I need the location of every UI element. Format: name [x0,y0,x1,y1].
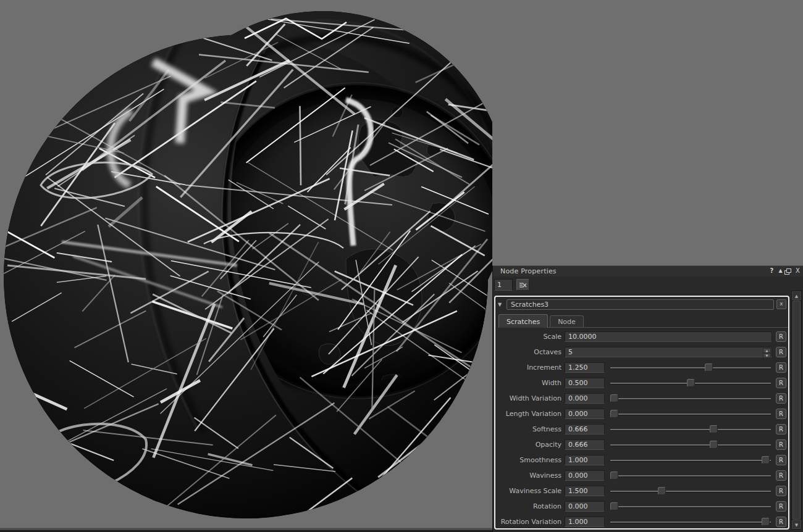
pin-icon[interactable]: ▲ [776,267,784,275]
reset-button[interactable]: R [776,501,786,512]
scrollbar-up-icon[interactable]: ▲ [792,291,801,300]
slider-thumb[interactable] [710,425,718,433]
param-row: Waviness0.000R [495,468,788,483]
slider-thumb[interactable] [610,410,618,418]
param-slider[interactable] [610,518,771,526]
param-row: Rotation0.000R [495,499,788,514]
param-slider[interactable] [610,456,771,464]
param-value-field[interactable]: 0.000 [565,409,605,419]
reset-button[interactable]: R [776,424,786,434]
param-slider[interactable] [610,410,771,418]
restore-icon[interactable] [785,267,793,275]
param-row: Width0.500R [495,375,788,391]
slider-thumb[interactable] [705,364,713,372]
panel-scrollbar[interactable]: ▲ ▼ [791,291,802,530]
node-tabs: ScratchesNode [498,314,788,328]
param-label: Increment [495,364,565,372]
param-row: Length Variation0.000R [495,406,788,422]
param-slider[interactable] [610,472,771,480]
slider-thumb[interactable] [762,518,770,526]
reset-button[interactable]: R [776,455,786,465]
scrollbar-down-icon[interactable]: ▼ [792,520,801,529]
node-name-field[interactable]: Scratches3 [507,299,774,310]
panel-titlebar[interactable]: Node Properties ? ▲ X [493,266,803,276]
tab-scratches[interactable]: Scratches [498,314,548,328]
remove-icon [519,282,527,288]
param-value-field[interactable]: 1.000 [565,517,605,527]
param-value-field[interactable]: 1.250 [565,362,605,373]
reset-button[interactable]: R [776,347,786,357]
preview-viewport[interactable] [0,0,492,532]
param-label: Softness [495,425,565,433]
param-label: Length Variation [495,410,565,418]
node-header: ▼ Scratches3 x [495,297,788,310]
param-value-field[interactable]: 0.500 [565,378,605,388]
slider-track[interactable] [610,444,771,446]
param-row: Increment1.250R [495,360,788,375]
slider-track[interactable] [610,460,771,461]
param-row: Scale10.0000R [495,329,788,344]
param-value-field[interactable]: 1.000 [565,455,605,465]
slider-thumb[interactable] [687,379,695,387]
reset-button[interactable]: R [776,362,786,373]
slider-track[interactable] [610,506,771,507]
param-slider[interactable] [610,364,771,372]
reset-button[interactable]: R [776,486,786,496]
slider-track[interactable] [610,414,771,415]
slider-thumb[interactable] [610,472,618,480]
param-label: Width Variation [495,394,565,402]
slider-track[interactable] [610,398,771,399]
slider-track[interactable] [610,367,771,368]
reset-button[interactable]: R [776,517,786,527]
params-list: Scale10.0000ROctaves5▲▼RIncrement1.250RW… [495,329,788,530]
reset-button[interactable]: R [776,378,786,388]
remove-button[interactable] [516,279,529,291]
slider-thumb[interactable] [710,441,718,449]
reset-button[interactable]: R [776,439,786,450]
slider-track[interactable] [610,475,771,476]
slider-thumb[interactable] [658,487,666,495]
reset-button[interactable]: R [776,470,786,481]
reset-button[interactable]: R [776,331,786,342]
param-slider[interactable] [610,425,771,433]
slider-thumb[interactable] [762,456,770,464]
scrollbar-thumb[interactable] [792,301,801,520]
param-value-field[interactable]: 0.000 [565,501,605,512]
close-icon[interactable]: X [794,267,802,275]
tab-node[interactable]: Node [550,315,584,327]
param-value-field[interactable]: 0.666 [565,439,605,450]
slider-thumb[interactable] [610,394,618,402]
reset-button[interactable]: R [776,409,786,419]
param-slider[interactable] [610,379,771,387]
reset-button[interactable]: R [776,393,786,404]
slider-track[interactable] [610,522,771,523]
param-slider[interactable] [610,394,771,402]
slider-thumb[interactable] [610,502,618,510]
param-value-field[interactable]: 0.000 [565,470,605,481]
help-icon[interactable]: ? [768,267,776,275]
param-label: Smoothness [495,456,565,464]
param-value-field[interactable]: 0.000 [565,393,605,404]
param-slider[interactable] [610,487,771,495]
param-value-field[interactable]: 10.0000 [565,331,772,342]
param-value-field[interactable]: 0.666 [565,424,605,434]
param-slider[interactable] [610,441,771,449]
param-label: Rotation [495,502,565,510]
param-label: Scale [495,333,565,341]
node-close-button[interactable]: x [776,299,786,309]
stepper-down-icon[interactable]: ▼ [763,353,771,358]
param-label: Waviness Scale [495,487,565,495]
selection-index-field[interactable]: 1 [494,279,513,291]
param-slider[interactable] [610,502,771,510]
param-value-field[interactable]: 5▲▼ [565,347,772,357]
slider-track[interactable] [610,429,771,430]
preview-ball-svg [0,0,492,529]
slider-track[interactable] [610,491,771,492]
titlebar-icons: ? ▲ X [768,267,802,275]
param-value-field[interactable]: 1.500 [565,486,605,496]
stepper-up-icon[interactable]: ▲ [763,348,771,353]
param-row: Opacity0.666R [495,437,788,452]
param-label: Rotation Variation [495,518,565,526]
stepper: ▲▼ [763,348,771,356]
collapse-arrow-icon[interactable]: ▼ [498,302,504,307]
